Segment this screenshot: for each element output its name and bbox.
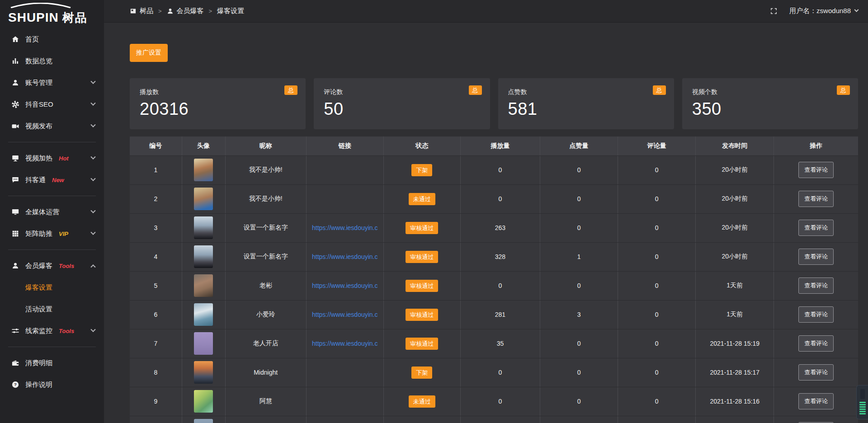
table-row: 9 阿慧 未通过 0 0 0 2021-11-28 15:16 查看评论: [130, 387, 858, 416]
plays-count: [460, 416, 540, 423]
status-badge: 审核通过: [406, 280, 438, 292]
user-menu[interactable]: 用户名：zswodun88: [789, 7, 858, 15]
comments-count: 0: [618, 387, 696, 416]
videos-table: 编号 头像 昵称 链接 状态 播放量 点赞量 评论量 发布时间 操作 1 我不是…: [130, 136, 858, 423]
person-icon: [167, 8, 174, 14]
sidebar-item-label: 抖音SEO: [25, 100, 53, 109]
username-text: 用户名：zswodun88: [789, 7, 851, 15]
video-link[interactable]: https://www.iesdouyin.c: [307, 340, 383, 347]
sidebar-subitem-baoke-settings[interactable]: 爆客设置: [0, 277, 104, 298]
status-badge: 未通过: [409, 193, 435, 205]
sidebar-item-douyin-seo[interactable]: 抖音SEO: [0, 94, 104, 115]
sidebar-item-video-publish[interactable]: 视频发布: [0, 115, 104, 137]
col-header-actions: 操作: [774, 136, 858, 155]
stat-value: 350: [692, 99, 849, 119]
total-badge: 总: [284, 85, 297, 95]
avatar: [194, 245, 213, 268]
view-comments-button[interactable]: 查看评论: [798, 364, 834, 381]
video-link[interactable]: https://www.iesdouyin.c: [307, 253, 383, 260]
sidebar-item-label: 视频加热: [25, 154, 52, 163]
status-badge: 审核通过: [406, 222, 438, 234]
sidebar-item-matrix-boost[interactable]: 矩阵助推 VIP: [0, 223, 104, 244]
breadcrumb-item-member-baoke[interactable]: 会员爆客: [167, 7, 204, 15]
view-comments-button[interactable]: 查看评论: [798, 191, 834, 207]
floating-widget[interactable]: [856, 385, 868, 419]
chevron-down-icon: [90, 101, 95, 106]
sidebar-item-account-mgmt[interactable]: 账号管理: [0, 72, 104, 94]
sidebar-item-video-heat[interactable]: 视频加热 Hot: [0, 147, 104, 169]
bar-chart-icon: [11, 57, 19, 65]
view-comments-button[interactable]: 查看评论: [798, 220, 834, 236]
table-row: 4 设置一个新名字 https://www.iesdouyin.c 审核通过 3…: [130, 242, 858, 271]
sidebar-item-lead-monitor[interactable]: 线索监控 Tools: [0, 320, 104, 342]
view-comments-button[interactable]: 查看评论: [798, 162, 834, 178]
nickname: 老人开店: [225, 329, 306, 358]
promo-settings-button[interactable]: 推广设置: [130, 44, 168, 62]
row-number: 6: [130, 300, 182, 329]
widget-slot: [860, 389, 865, 399]
col-header-avatar: 头像: [182, 136, 225, 155]
col-header-plays: 播放量: [460, 136, 540, 155]
gear-icon: [11, 100, 19, 108]
publish-time: 2021-11-28 15:17: [696, 358, 774, 387]
sidebar-item-home[interactable]: 首页: [0, 28, 104, 50]
plays-count: 281: [460, 300, 540, 329]
row-number: 7: [130, 329, 182, 358]
sidebar-item-label: 账号管理: [25, 79, 52, 87]
sidebar-item-media-ops[interactable]: 全媒体运营: [0, 201, 104, 223]
view-comments-button[interactable]: 查看评论: [798, 277, 834, 294]
view-comments-button[interactable]: 查看评论: [798, 393, 834, 409]
new-badge: New: [52, 177, 64, 183]
widget-stripes: [857, 402, 868, 414]
status-badge: 下架: [411, 164, 432, 176]
breadcrumb-item-shupin[interactable]: 树品: [130, 7, 153, 15]
stat-label: 视频个数: [692, 88, 849, 96]
view-comments-button[interactable]: 查看评论: [798, 335, 834, 352]
sidebar-divider: [8, 196, 96, 196]
view-comments-button[interactable]: 查看评论: [798, 306, 834, 323]
publish-time: 20小时前: [696, 184, 774, 213]
status-badge: 未通过: [409, 395, 435, 408]
topbar: 树品 > 会员爆客 > 爆客设置 用户名：zswodun88: [104, 0, 868, 23]
comments-count: 0: [618, 242, 696, 271]
row-number: 9: [130, 387, 182, 416]
vip-badge: VIP: [59, 230, 68, 237]
view-comments-button[interactable]: 查看评论: [798, 249, 834, 265]
sidebar-divider: [8, 347, 96, 347]
publish-time: 2021-11-28 15:16: [696, 387, 774, 416]
plays-count: 0: [460, 184, 540, 213]
chevron-down-icon: [90, 208, 95, 213]
video-link[interactable]: https://www.iesdouyin.c: [307, 282, 383, 289]
sidebar-item-label: 全媒体运营: [25, 208, 59, 216]
svg-text:?: ?: [14, 382, 17, 387]
fullscreen-icon[interactable]: [770, 7, 778, 15]
wallet-icon: [11, 359, 19, 367]
main-area: 树品 > 会员爆客 > 爆客设置 用户名：zswodun88 推广设置: [104, 0, 868, 423]
sidebar-item-label: 数据总览: [25, 57, 52, 66]
avatar: [194, 390, 213, 413]
video-link[interactable]: https://www.iesdouyin.c: [307, 311, 383, 318]
sidebar-item-instructions[interactable]: ? 操作说明: [0, 374, 104, 395]
sidebar-item-spend-details[interactable]: 消费明细: [0, 352, 104, 374]
status-badge: 审核通过: [406, 251, 438, 263]
breadcrumb-separator: >: [209, 8, 212, 14]
logo-arc: [9, 3, 72, 8]
sidebar-item-label: 首页: [25, 35, 39, 44]
likes-count: 0: [540, 329, 618, 358]
video-publish-icon: [11, 122, 19, 130]
stat-card-comments: 评论数 50 总: [314, 78, 490, 129]
row-number: 2: [130, 184, 182, 213]
plays-count: 0: [460, 387, 540, 416]
video-link[interactable]: https://www.iesdouyin.c: [307, 224, 383, 231]
sidebar-item-data-overview[interactable]: 数据总览: [0, 50, 104, 72]
member-icon: [11, 262, 19, 270]
sidebar-item-douketong[interactable]: 抖客通 New: [0, 169, 104, 191]
nickname: 阿慧: [225, 387, 306, 416]
sidebar-subitem-activity-settings[interactable]: 活动设置: [0, 298, 104, 320]
table-row: 1 我不是小帅! 下架 0 0 0 20小时前 查看评论: [130, 155, 858, 184]
stat-card-videos: 视频个数 350 总: [682, 78, 858, 129]
col-header-time: 发布时间: [696, 136, 774, 155]
row-number: 3: [130, 213, 182, 242]
sidebar-item-member-baoke[interactable]: 会员爆客 Tools: [0, 255, 104, 277]
nickname: Midnight: [225, 358, 306, 387]
